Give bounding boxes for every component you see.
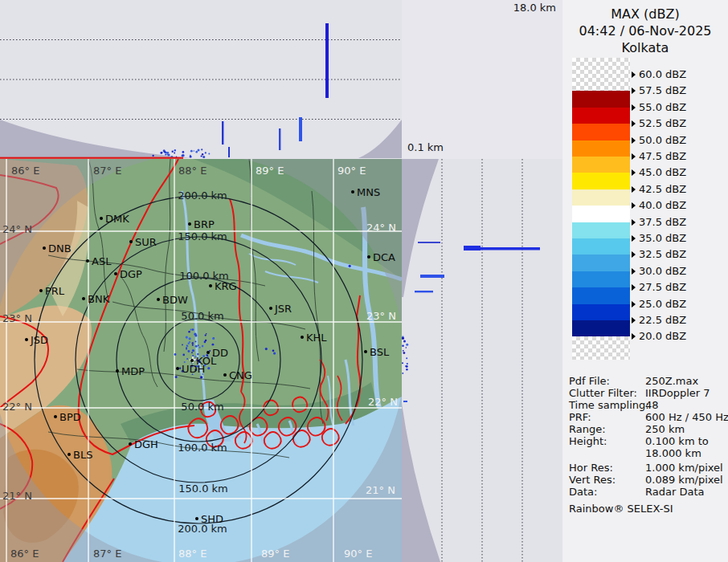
metadata-value: 600 Hz / 450 Hz xyxy=(645,411,728,423)
radar-app-window: { "legend": { "title": "MAX (dBZ)", "dat… xyxy=(0,0,728,562)
metadata-row: PRF:600 Hz / 450 Hz xyxy=(569,411,727,423)
colorbar-label: 35.0 dBZ xyxy=(632,232,686,244)
colorbar-label-text: 25.0 dBZ xyxy=(639,298,686,310)
right-cross-section-image xyxy=(402,159,562,562)
colorbar-label-text: 42.5 dBZ xyxy=(639,183,686,195)
label-pointer-icon xyxy=(632,120,636,127)
colorbar xyxy=(572,58,630,360)
metadata-value: IIRDoppler 7 xyxy=(645,387,710,399)
colorbar-band xyxy=(572,206,630,222)
colorbar-label-text: 35.0 dBZ xyxy=(639,232,686,244)
corner-panel: 18.0 km 0.1 km xyxy=(402,0,562,159)
metadata-row: Range:250 km xyxy=(569,423,727,435)
colorbar-band xyxy=(572,124,630,140)
label-pointer-icon xyxy=(632,169,636,176)
colorbar-label: 42.5 dBZ xyxy=(632,183,686,195)
metadata-list: Pdf File:250Z.maxClutter Filter:IIRDoppl… xyxy=(569,375,727,498)
metadata-label xyxy=(569,447,645,459)
colorbar-band xyxy=(572,336,630,360)
metadata-label: Height: xyxy=(569,435,645,447)
label-pointer-icon xyxy=(632,153,636,160)
colorbar-label: 25.0 dBZ xyxy=(632,298,686,310)
colorbar-label: 37.5 dBZ xyxy=(632,216,686,228)
colorbar-label: 22.5 dBZ xyxy=(632,314,686,326)
metadata-row: 18.000 km xyxy=(569,447,727,459)
panel-background xyxy=(402,159,562,562)
colorbar-band xyxy=(572,189,630,206)
metadata-label: Range: xyxy=(569,423,645,435)
metadata-row: Vert Res:0.089 km/pixel xyxy=(569,474,727,486)
metadata-row: Pdf File:250Z.max xyxy=(569,375,727,387)
label-pointer-icon xyxy=(632,284,636,291)
colorbar-band xyxy=(572,58,630,91)
colorbar-band xyxy=(572,222,630,238)
colorbar-labels: 60.0 dBZ57.5 dBZ55.0 dBZ52.5 dBZ50.0 dBZ… xyxy=(632,58,726,371)
radar-map-image xyxy=(0,159,402,562)
product-datetime: 04:42 / 06-Nov-2025 xyxy=(562,22,728,39)
label-pointer-icon xyxy=(632,104,636,111)
label-pointer-icon xyxy=(632,268,636,275)
software-brand: Rainbow® SELEX-SI xyxy=(569,503,727,515)
colorbar-label-text: 50.0 dBZ xyxy=(639,134,686,146)
metadata-row: Hor Res:1.000 km/pixel xyxy=(569,462,727,474)
colorbar-band xyxy=(572,271,630,287)
label-pointer-icon xyxy=(632,202,636,209)
colorbar-label-text: 27.5 dBZ xyxy=(639,281,686,293)
label-pointer-icon xyxy=(632,251,636,258)
station-name: Kolkata xyxy=(562,39,728,56)
metadata-label: Hor Res: xyxy=(569,462,645,474)
legend-header: MAX (dBZ) 04:42 / 06-Nov-2025 Kolkata xyxy=(562,0,728,56)
label-pointer-icon xyxy=(632,317,636,324)
colorbar-label: 45.0 dBZ xyxy=(632,166,686,178)
colorbar-label: 40.0 dBZ xyxy=(632,199,686,211)
metadata-label: Clutter Filter: xyxy=(569,387,645,399)
metadata-label: Time sampling: xyxy=(569,399,645,411)
colorbar-band xyxy=(572,320,630,336)
label-pointer-icon xyxy=(632,71,636,78)
colorbar-label-text: 47.5 dBZ xyxy=(639,150,686,162)
colorbar-label: 27.5 dBZ xyxy=(632,281,686,293)
colorbar-label-text: 55.0 dBZ xyxy=(639,101,686,113)
colorbar-band xyxy=(572,108,630,124)
metadata-row: Height:0.100 km to xyxy=(569,435,727,447)
metadata-label: PRF: xyxy=(569,411,645,423)
label-pointer-icon xyxy=(632,219,636,226)
colorbar-band xyxy=(572,157,630,173)
colorbar-label-text: 30.0 dBZ xyxy=(639,265,686,277)
metadata-label: Data: xyxy=(569,486,645,498)
colorbar-label: 20.0 dBZ xyxy=(632,330,686,342)
label-pointer-icon xyxy=(632,235,636,242)
metadata-value: 250Z.max xyxy=(645,375,698,387)
metadata-value: 48 xyxy=(645,399,659,411)
top-cross-section-image xyxy=(0,0,402,159)
colorbar-band xyxy=(572,255,630,271)
metadata-value: 0.100 km to xyxy=(645,435,709,447)
top-cross-section-panel xyxy=(0,0,402,159)
height-axis-min-label: 0.1 km xyxy=(407,141,444,153)
legend-column: MAX (dBZ) 04:42 / 06-Nov-2025 Kolkata 60… xyxy=(562,0,728,562)
colorbar-label-text: 57.5 dBZ xyxy=(639,84,686,96)
colorbar-band xyxy=(572,238,630,255)
colorbar-label: 30.0 dBZ xyxy=(632,265,686,277)
colorbar-label-text: 52.5 dBZ xyxy=(639,117,686,129)
colorbar-label: 32.5 dBZ xyxy=(632,248,686,260)
label-pointer-icon xyxy=(632,186,636,193)
metadata-value: Radar Data xyxy=(645,486,704,498)
metadata-value: 1.000 km/pixel xyxy=(645,462,723,474)
colorbar-label-text: 32.5 dBZ xyxy=(639,248,686,260)
radar-map-panel xyxy=(0,159,402,562)
right-cross-section-panel xyxy=(402,159,562,562)
metadata-row: Clutter Filter:IIRDoppler 7 xyxy=(569,387,727,399)
colorbar-band xyxy=(572,287,630,304)
colorbar-label: 60.0 dBZ xyxy=(632,68,686,80)
colorbar-label-text: 37.5 dBZ xyxy=(639,216,686,228)
label-pointer-icon xyxy=(632,88,636,94)
metadata-block: Pdf File:250Z.maxClutter Filter:IIRDoppl… xyxy=(569,375,727,515)
metadata-value: 18.000 km xyxy=(645,447,701,459)
colorbar-label: 55.0 dBZ xyxy=(632,101,686,113)
colorbar-label-text: 20.0 dBZ xyxy=(639,330,686,342)
label-pointer-icon xyxy=(632,333,636,340)
metadata-label: Vert Res: xyxy=(569,474,645,486)
metadata-value: 250 km xyxy=(645,423,685,435)
metadata-row: Time sampling:48 xyxy=(569,399,727,411)
